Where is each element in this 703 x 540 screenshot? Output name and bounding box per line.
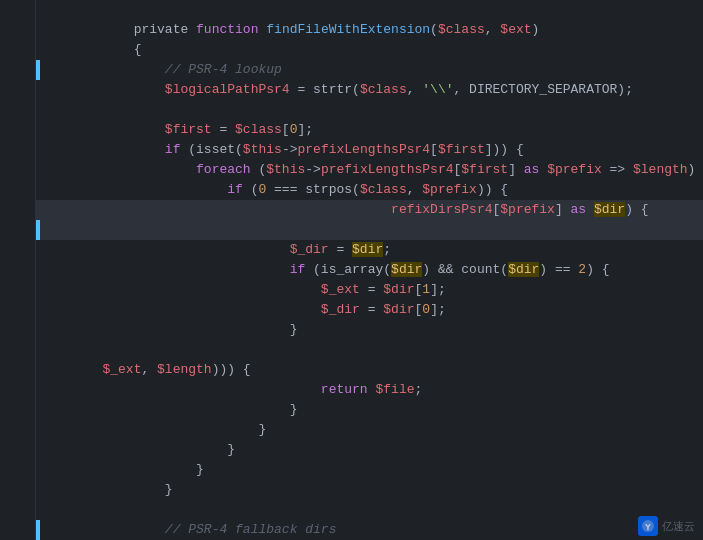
svg-text:Y: Y [645, 523, 651, 533]
ln-16 [4, 300, 27, 320]
logo-icon: Y [641, 519, 655, 533]
code-line-20: } [40, 380, 297, 400]
code-line-3: // PSR-4 lookup [40, 40, 282, 60]
code-line-12: $_dir = $dir; [40, 220, 391, 240]
ln-12 [4, 220, 27, 240]
code-line-2: { [40, 20, 141, 40]
code-line-27: foreach ($this->fallbackDirsPsr4 as $dir… [40, 520, 500, 540]
ln-18 [4, 340, 27, 360]
code-line-5 [40, 80, 48, 100]
code-line-8: foreach ($this->prefixLengthsPsr4[$first… [40, 140, 703, 160]
code-line-10: foreach ($this->prefixDirsPsr4[$prefix] … [40, 180, 649, 200]
ln-8 [4, 140, 27, 160]
code-line-26: // PSR-4 fallback dirs [40, 500, 336, 520]
code-line-7: if (isset($this->prefixLengthsPsr4[$firs… [40, 120, 524, 140]
ln-5 [4, 80, 27, 100]
code-line-6: $first = $class[0]; [40, 100, 313, 120]
ln-1 [4, 0, 27, 20]
ln-26 [4, 500, 27, 520]
ln-21 [4, 400, 27, 420]
code-line-18: $_ext, $length))) { [40, 340, 251, 360]
code-line-15: $_dir = $dir[0]; [40, 280, 446, 300]
code-line-21: } [40, 400, 266, 420]
code-line-14: $_ext = $dir[1]; [40, 260, 446, 280]
ln-19 [4, 360, 27, 380]
ln-14 [4, 260, 27, 280]
ln-20 [4, 380, 27, 400]
code-line-9: if (0 === strpos($class, $prefix)) { [40, 160, 508, 180]
line-numbers [0, 0, 36, 540]
ln-15 [4, 280, 27, 300]
code-editor: private function findFileWithExtension($… [0, 0, 703, 540]
ln-2 [4, 20, 27, 40]
code-line-24: } [40, 460, 173, 480]
ln-9 [4, 160, 27, 180]
ln-24 [4, 460, 27, 480]
code-line-19: return $file; [40, 360, 422, 380]
code-line-13: if (is_array($dir) && count($dir) == 2) … [40, 240, 610, 260]
ln-17 [4, 320, 27, 340]
code-line-22: } [40, 420, 235, 440]
watermark-logo: Y [638, 516, 658, 536]
code-line-11: $_ext = $ext; [40, 200, 391, 220]
ln-22 [4, 420, 27, 440]
code-line-4: $logicalPathPsr4 = strtr($class, '\\', D… [40, 60, 633, 80]
ln-23 [4, 440, 27, 460]
ln-11 [4, 200, 27, 220]
code-line-23: } [40, 440, 204, 460]
ln-6 [4, 100, 27, 120]
ln-13 [4, 240, 27, 260]
code-line-16: } [40, 300, 297, 320]
ln-10 [4, 180, 27, 200]
watermark-label: 亿速云 [662, 519, 695, 534]
code-line-17: if (file_exists($file = $_dir . DIRECTOR… [40, 320, 703, 340]
watermark: Y 亿速云 [638, 516, 695, 536]
ln-4 [4, 60, 27, 80]
ln-25 [4, 480, 27, 500]
ln-27 [4, 520, 27, 540]
code-line-25 [40, 480, 48, 500]
ln-7 [4, 120, 27, 140]
ln-3 [4, 40, 27, 60]
code-line-1: private function findFileWithExtension($… [40, 0, 539, 20]
